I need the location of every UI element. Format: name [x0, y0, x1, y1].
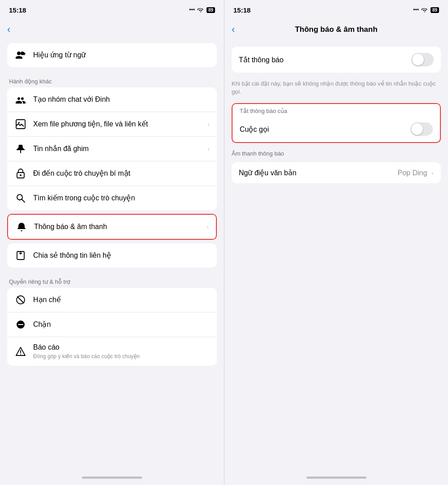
bao-cao-text: Báo cáo Đóng góp ý kiến và báo cáo cuộc …: [33, 343, 210, 360]
chia-se-item[interactable]: Chia sẻ thông tin liên hệ: [7, 243, 217, 268]
bao-cao-title: Báo cáo: [33, 343, 210, 352]
warning-icon: [14, 345, 27, 358]
svg-line-8: [17, 297, 24, 303]
han-che-item[interactable]: Hạn chế: [7, 288, 217, 312]
quyen-group: Hạn chế Chặn: [7, 288, 217, 366]
bi-mat-title: Đi đến cuộc trò chuyện bí mật: [33, 169, 210, 178]
right-nav-bar: ‹ Thông báo & âm thanh: [224, 20, 448, 39]
tin-nhan-item[interactable]: Tin nhắn đã ghim ›: [7, 137, 217, 161]
left-status-time: 15:18: [9, 6, 26, 14]
tat-thong-bao-toggle[interactable]: [411, 53, 434, 66]
xem-file-chevron: ›: [207, 121, 210, 128]
bao-cao-item[interactable]: Báo cáo Đóng góp ý kiến và báo cáo cuộc …: [7, 337, 217, 366]
right-wifi-icon: [421, 7, 428, 13]
tat-thong-bao-label: Tắt thông báo: [239, 56, 284, 64]
bao-cao-subtitle: Đóng góp ý kiến và báo cáo cuộc trò chuy…: [33, 353, 210, 360]
left-home-bar: [82, 476, 142, 479]
thong-bao-item[interactable]: Thông báo & âm thanh ›: [8, 215, 216, 239]
thong-bao-chevron: ›: [207, 223, 209, 230]
pin-icon: [14, 143, 27, 155]
thong-bao-title: Thông báo & âm thanh: [34, 222, 204, 232]
tin-nhan-chevron: ›: [207, 145, 210, 152]
toggle-group: Tắt thông báo: [232, 47, 441, 73]
left-panel: 15:18 ••• 89 ‹ Hiệu ứng từ ngữ: [0, 0, 224, 485]
slash-icon: [14, 294, 27, 306]
han-che-text: Hạn chế: [33, 295, 210, 305]
bi-mat-item[interactable]: Đi đến cuộc trò chuyện bí mật: [7, 161, 217, 186]
chan-item[interactable]: Chặn: [7, 312, 217, 337]
svg-point-3: [20, 174, 22, 176]
svg-point-1: [18, 122, 20, 123]
signal-icon: •••: [189, 7, 195, 13]
ngu-dieu-chevron: ›: [431, 169, 434, 177]
hint-text: Khi bật cài đặt này, bạn sẽ không nhận đ…: [224, 76, 448, 101]
svg-line-5: [22, 199, 25, 202]
chia-se-text: Chia sẻ thông tin liên hệ: [33, 251, 210, 260]
chia-se-group: Chia sẻ thông tin liên hệ: [7, 243, 217, 268]
right-back-button[interactable]: ‹: [232, 24, 238, 35]
right-home-indicator: [224, 470, 448, 485]
ngu-dieu-row[interactable]: Ngữ điệu văn bản Pop Ding ›: [232, 162, 441, 183]
right-battery: 89: [431, 7, 439, 13]
section-label-quyen: Quyền riêng tư & hỗ trợ: [0, 271, 224, 288]
hanh-dong-group: Tạo nhóm chat với Đinh Xem file phương t…: [7, 87, 217, 210]
tim-kiem-item[interactable]: Tìm kiếm trong cuộc trò chuyện: [7, 186, 217, 210]
tin-nhan-title: Tin nhắn đã ghim: [33, 144, 205, 154]
tao-nhom-text: Tạo nhóm chat với Đinh: [33, 95, 210, 104]
left-content: Hiệu ứng từ ngữ Hành động khác Tạo nhóm …: [0, 39, 224, 470]
person-add-icon: [14, 49, 27, 61]
xem-file-text: Xem file phương tiện, file và liên kết: [33, 120, 205, 129]
left-home-indicator: [0, 470, 224, 485]
am-thanh-section-label: Âm thanh thông báo: [224, 147, 448, 159]
tat-thong-bao-toggle-knob: [412, 54, 424, 65]
cuoc-goi-toggle[interactable]: [410, 122, 433, 136]
cuoc-goi-toggle-knob: [411, 123, 423, 135]
xem-file-title: Xem file phương tiện, file và liên kết: [33, 120, 205, 129]
right-panel: 15:18 ••• 89 ‹ Thông báo & âm thanh Tắt …: [224, 0, 448, 485]
left-nav-bar: ‹: [0, 20, 224, 39]
han-che-title: Hạn chế: [33, 295, 210, 305]
right-nav-title: Thông báo & âm thanh: [295, 25, 377, 34]
hiệu-ung-text: Hiệu ứng từ ngữ: [33, 51, 210, 60]
ngu-dieu-value-group: Pop Ding ›: [398, 169, 434, 177]
thong-bao-highlighted-group: Thông báo & âm thanh ›: [7, 214, 217, 240]
bi-mat-text: Đi đến cuộc trò chuyện bí mật: [33, 169, 210, 178]
top-item-group: Hiệu ứng từ ngữ: [7, 43, 217, 67]
cuoc-goi-row[interactable]: Cuộc gọi: [233, 116, 440, 142]
bell-icon: [15, 221, 28, 233]
tim-kiem-title: Tìm kiếm trong cuộc trò chuyện: [33, 194, 210, 203]
sound-group: Ngữ điệu văn bản Pop Ding ›: [232, 162, 441, 183]
right-status-bar: 15:18 ••• 89: [224, 0, 448, 20]
minus-circle-icon: [14, 318, 27, 331]
svg-point-12: [20, 354, 21, 355]
xem-file-item[interactable]: Xem file phương tiện, file và liên kết ›: [7, 112, 217, 137]
cuoc-goi-label: Cuộc gọi: [240, 125, 269, 134]
chia-se-title: Chia sẻ thông tin liên hệ: [33, 251, 210, 260]
right-content: Tắt thông báo Khi bật cài đặt này, bạn s…: [224, 39, 448, 470]
right-status-time: 15:18: [233, 6, 250, 14]
tim-kiem-text: Tìm kiếm trong cuộc trò chuyện: [33, 194, 210, 203]
search-icon: [14, 192, 27, 204]
right-status-icons: ••• 89: [413, 7, 439, 13]
tat-thong-bao-row[interactable]: Tắt thông báo: [232, 47, 441, 73]
thong-bao-text: Thông báo & âm thanh: [34, 222, 204, 232]
group-icon: [14, 93, 27, 106]
media-icon: [14, 118, 27, 130]
highlighted-section: Tắt thông báo của Cuộc gọi: [232, 103, 441, 143]
share-icon: [14, 249, 27, 262]
hiệu-ung-item[interactable]: Hiệu ứng từ ngữ: [7, 43, 217, 67]
tin-nhan-text: Tin nhắn đã ghim: [33, 144, 205, 154]
left-status-bar: 15:18 ••• 89: [0, 0, 224, 20]
left-back-button[interactable]: ‹: [7, 24, 14, 35]
right-home-bar: [306, 476, 366, 479]
svg-point-4: [17, 195, 22, 200]
tao-nhom-title: Tạo nhóm chat với Đinh: [33, 95, 210, 104]
tat-thong-bao-cua-label: Tắt thông báo của: [233, 104, 440, 116]
right-signal-icon: •••: [413, 7, 419, 13]
ngu-dieu-value: Pop Ding: [398, 169, 427, 177]
ngu-dieu-label: Ngữ điệu văn bản: [239, 169, 297, 177]
left-battery: 89: [207, 7, 215, 13]
chan-title: Chặn: [33, 320, 210, 329]
tao-nhom-item[interactable]: Tạo nhóm chat với Đinh: [7, 87, 217, 112]
lock-icon: [14, 167, 27, 180]
